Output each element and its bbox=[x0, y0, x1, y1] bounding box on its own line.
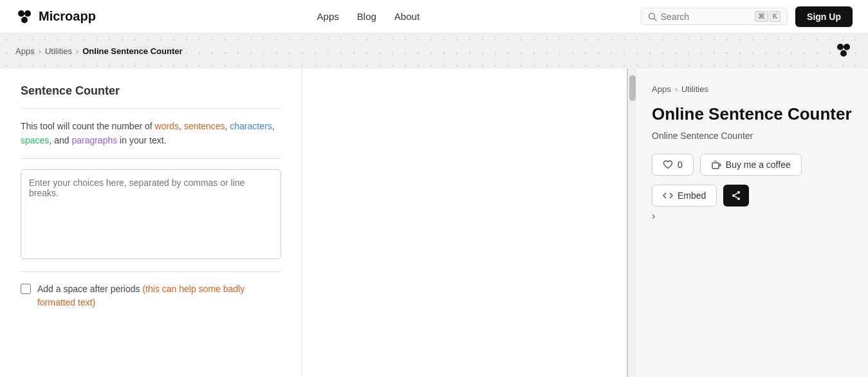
code-icon bbox=[663, 190, 673, 201]
desc-link-words[interactable]: words bbox=[155, 121, 179, 131]
svg-line-13 bbox=[735, 196, 737, 198]
svg-line-4 bbox=[654, 18, 656, 21]
right-sep-1: › bbox=[675, 84, 678, 94]
buy-coffee-label: Buy me a coffee bbox=[726, 160, 791, 170]
right-breadcrumb-utilities[interactable]: Utilities bbox=[681, 84, 708, 94]
desc-link-spaces[interactable]: spaces bbox=[21, 135, 49, 145]
svg-rect-8 bbox=[712, 163, 719, 169]
breadcrumb-sep-1: › bbox=[39, 46, 41, 56]
like-count: 0 bbox=[678, 160, 683, 170]
search-input[interactable] bbox=[661, 12, 751, 22]
middle-panel bbox=[302, 69, 627, 377]
svg-line-12 bbox=[735, 193, 737, 195]
checkbox-label: Add a space after periods (this can help… bbox=[37, 282, 281, 309]
share-icon bbox=[731, 190, 741, 201]
right-breadcrumb: Apps › Utilities bbox=[652, 84, 853, 94]
breadcrumb-logo bbox=[835, 41, 853, 61]
signup-button[interactable]: Sign Up bbox=[795, 6, 853, 27]
divider-3 bbox=[21, 271, 281, 272]
divider-2 bbox=[21, 158, 281, 159]
top-nav: Microapp Apps Blog About ⌘ K Sign Up bbox=[0, 0, 868, 33]
nav-links: Apps Blog About bbox=[317, 11, 420, 22]
nav-right: ⌘ K Sign Up bbox=[641, 6, 853, 27]
scroll-track bbox=[627, 69, 636, 377]
svg-point-11 bbox=[737, 198, 740, 200]
svg-point-9 bbox=[737, 191, 740, 194]
right-breadcrumb-apps[interactable]: Apps bbox=[652, 84, 671, 94]
share-button[interactable] bbox=[723, 185, 749, 207]
kbd-cmd: ⌘ bbox=[755, 11, 768, 22]
heart-icon bbox=[663, 160, 673, 170]
search-kbd: ⌘ K bbox=[755, 11, 780, 22]
svg-point-1 bbox=[24, 10, 31, 17]
svg-point-6 bbox=[844, 44, 850, 50]
space-checkbox[interactable] bbox=[21, 284, 31, 294]
svg-point-5 bbox=[837, 44, 844, 50]
embed-button[interactable]: Embed bbox=[652, 185, 717, 207]
breadcrumb-sep-2: › bbox=[76, 46, 78, 56]
logo-link[interactable]: Microapp bbox=[15, 8, 96, 26]
breadcrumb-apps[interactable]: Apps bbox=[15, 46, 35, 56]
desc-link-sentences[interactable]: sentences bbox=[184, 121, 225, 131]
breadcrumb-utilities[interactable]: Utilities bbox=[45, 46, 72, 56]
kbd-k: K bbox=[770, 11, 780, 22]
logo-text: Microapp bbox=[39, 9, 96, 24]
like-button[interactable]: 0 bbox=[652, 154, 694, 176]
action-buttons: 0 Buy me a coffee bbox=[652, 154, 853, 176]
nav-about[interactable]: About bbox=[394, 11, 420, 22]
nav-blog[interactable]: Blog bbox=[357, 11, 376, 22]
right-panel: Apps › Utilities Online Sentence Counter… bbox=[636, 69, 868, 377]
search-box[interactable]: ⌘ K bbox=[641, 8, 788, 25]
desc-link-characters[interactable]: characters bbox=[230, 121, 272, 131]
right-panel-title: Online Sentence Counter bbox=[652, 104, 853, 124]
breadcrumb-current: Online Sentence Counter bbox=[82, 46, 182, 56]
tool-description: This tool will count the number of words… bbox=[21, 119, 281, 148]
text-input[interactable] bbox=[21, 169, 281, 259]
tool-title: Sentence Counter bbox=[21, 84, 281, 98]
embed-row: Embed bbox=[652, 185, 853, 207]
buy-coffee-button[interactable]: Buy me a coffee bbox=[700, 154, 802, 176]
desc-link-paragraphs[interactable]: paragraphs bbox=[71, 135, 117, 145]
coffee-icon bbox=[711, 160, 721, 170]
search-icon bbox=[648, 12, 657, 21]
logo-icon bbox=[15, 8, 33, 26]
embed-label: Embed bbox=[678, 190, 706, 201]
svg-point-7 bbox=[840, 50, 847, 57]
right-panel-subtitle: Online Sentence Counter bbox=[652, 131, 853, 141]
divider-1 bbox=[21, 108, 281, 109]
checkbox-row: Add a space after periods (this can help… bbox=[21, 282, 281, 309]
checkbox-label-colored: (this can help some badly formatted text… bbox=[37, 284, 245, 308]
chevron-button[interactable]: › bbox=[652, 207, 655, 226]
scroll-thumb bbox=[629, 75, 636, 101]
breadcrumb-bar: Apps › Utilities › Online Sentence Count… bbox=[0, 33, 868, 69]
svg-point-0 bbox=[18, 10, 24, 17]
svg-point-10 bbox=[732, 194, 735, 197]
main-layout: Sentence Counter This tool will count th… bbox=[0, 69, 868, 377]
svg-point-2 bbox=[21, 17, 28, 23]
nav-apps[interactable]: Apps bbox=[317, 11, 339, 22]
left-panel: Sentence Counter This tool will count th… bbox=[0, 69, 302, 377]
